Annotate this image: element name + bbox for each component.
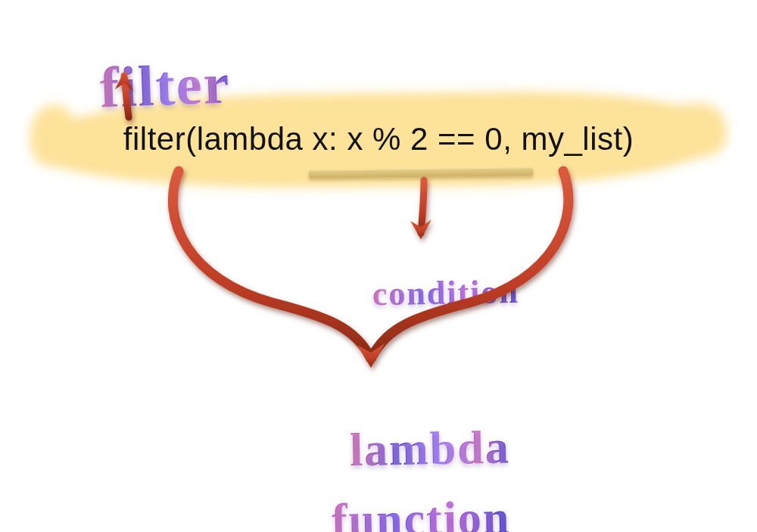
label-lambda-line2: function xyxy=(277,446,512,532)
label-condition: condition xyxy=(332,242,520,345)
label-filter: filter xyxy=(33,0,233,176)
arrow-condition xyxy=(410,180,431,239)
diagram-canvas: filter(lambda x: x % 2 == 0, my_list) fi… xyxy=(0,0,757,532)
